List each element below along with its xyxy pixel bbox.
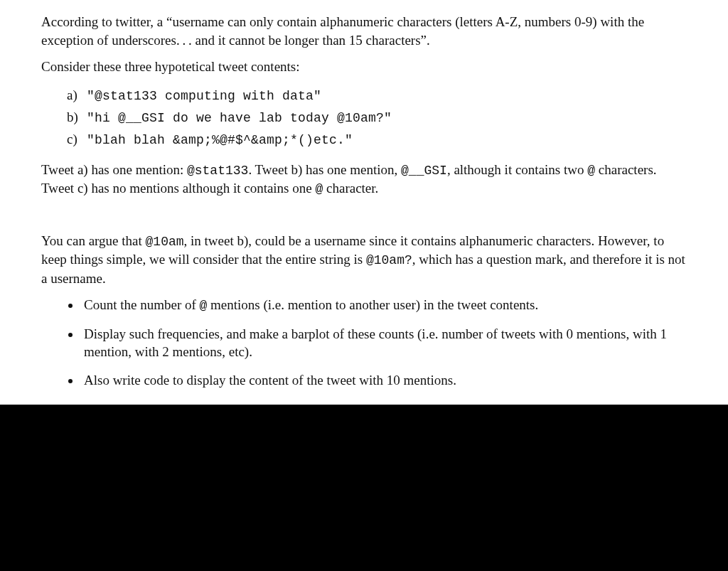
task-ten-mentions: Also write code to display the content o… [81, 371, 687, 390]
argue-paragraph: You can argue that @10am, in tweet b), c… [41, 232, 687, 287]
mention-gsi: @__GSI [401, 164, 447, 178]
example-c-label: c) [67, 129, 87, 149]
example-b-label: b) [67, 107, 87, 127]
example-c-text: "blah blah &amp;%@#$^&amp;*()etc." [87, 131, 353, 151]
black-region [0, 405, 728, 571]
task-count: Count the number of @ mentions (i.e. men… [81, 296, 687, 314]
text: . Tweet b) has one mention, [248, 162, 401, 177]
text: mentions (i.e. mention to another user) … [207, 297, 538, 312]
mention-10am: @10am [146, 235, 184, 249]
mention-10amq: @10am? [366, 253, 412, 267]
explanation-paragraph: Tweet a) has one mention: @stat133. Twee… [41, 161, 687, 198]
example-b: b) "hi @__GSI do we have lab today @10am… [67, 107, 687, 129]
text: Tweet a) has one mention: [41, 162, 187, 177]
text: character. [323, 181, 378, 196]
example-a-label: a) [67, 85, 87, 105]
task-list: Count the number of @ mentions (i.e. men… [41, 296, 687, 389]
example-b-text: "hi @__GSI do we have lab today @10am?" [87, 109, 392, 129]
task-barplot: Display such frequencies, and make a bar… [81, 325, 687, 361]
consider-paragraph: Consider these three hypotetical tweet c… [41, 58, 687, 76]
document-body: According to twitter, a “username can on… [0, 0, 728, 407]
intro-paragraph: According to twitter, a “username can on… [41, 13, 687, 49]
text: , although it contains two [447, 162, 587, 177]
at-char: @ [315, 182, 323, 196]
text: Count the number of [84, 297, 200, 312]
text: You can argue that [41, 233, 146, 248]
example-list: a) "@stat133 computing with data" b) "hi… [67, 85, 687, 151]
example-c: c) "blah blah &amp;%@#$^&amp;*()etc." [67, 129, 687, 151]
at-char: @ [587, 164, 595, 178]
example-a-text: "@stat133 computing with data" [87, 87, 321, 107]
mention-stat133: @stat133 [187, 164, 248, 178]
at-char: @ [200, 299, 208, 313]
example-a: a) "@stat133 computing with data" [67, 85, 687, 107]
